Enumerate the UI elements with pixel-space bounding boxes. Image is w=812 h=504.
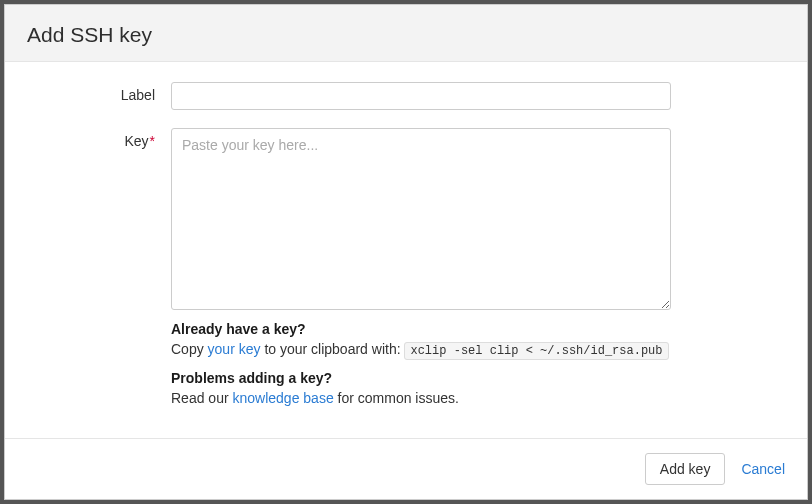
- problems-text: Read our knowledge base for common issue…: [171, 389, 785, 409]
- label-input[interactable]: [171, 82, 671, 110]
- key-label-text: Key: [124, 133, 148, 149]
- knowledge-base-link[interactable]: knowledge base: [232, 390, 333, 406]
- label-field-label: Label: [27, 82, 171, 103]
- label-row: Label: [27, 82, 785, 110]
- already-mid: to your clipboard with:: [261, 341, 401, 357]
- already-have-key-text: Copy your key to your clipboard with: xc…: [171, 340, 785, 360]
- add-key-button[interactable]: Add key: [645, 453, 726, 485]
- already-pre: Copy: [171, 341, 204, 357]
- key-field-label: Key*: [27, 128, 171, 149]
- key-textarea[interactable]: [171, 128, 671, 310]
- key-control: [171, 128, 785, 313]
- your-key-link[interactable]: your key: [208, 341, 261, 357]
- required-mark: *: [150, 133, 155, 149]
- modal-header: Add SSH key: [5, 5, 807, 62]
- help-section: Already have a key? Copy your key to you…: [171, 321, 785, 408]
- modal-footer: Add key Cancel: [5, 438, 807, 499]
- key-row: Key*: [27, 128, 785, 313]
- problems-pre: Read our: [171, 390, 229, 406]
- cancel-button[interactable]: Cancel: [741, 461, 785, 477]
- modal-title: Add SSH key: [27, 23, 785, 47]
- problems-heading: Problems adding a key?: [171, 370, 785, 386]
- already-have-key-heading: Already have a key?: [171, 321, 785, 337]
- label-control: [171, 82, 785, 110]
- label-text: Label: [121, 87, 155, 103]
- problems-post: for common issues.: [338, 390, 459, 406]
- modal-body: Label Key* Already have a key? Copy your…: [5, 62, 807, 438]
- add-ssh-key-modal: Add SSH key Label Key* Already have a ke…: [4, 4, 808, 500]
- xclip-command: xclip -sel clip < ~/.ssh/id_rsa.pub: [404, 342, 668, 360]
